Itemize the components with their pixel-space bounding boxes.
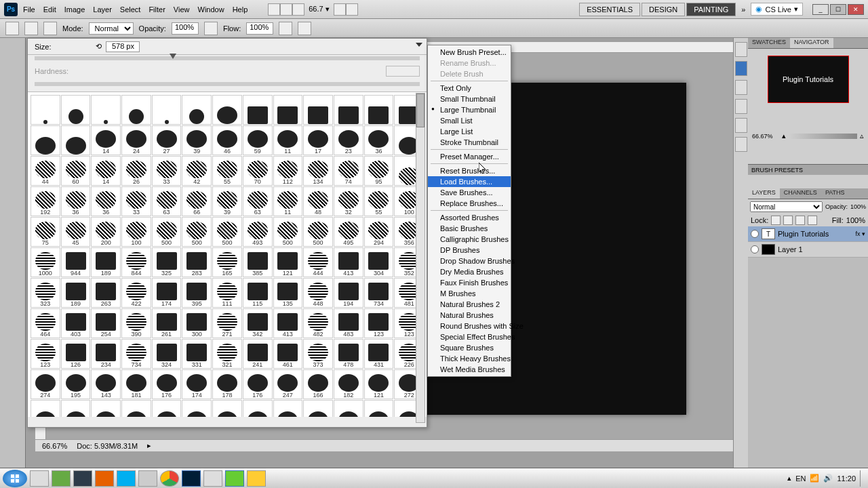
brush-preset-cell[interactable]: 17 <box>303 125 333 155</box>
brush-preset-cell[interactable]: 182 <box>334 369 363 399</box>
menu-item-new-brush-preset[interactable]: New Brush Preset... <box>428 47 511 58</box>
brush-preset-cell[interactable]: 174 <box>152 278 182 308</box>
brush-preset-cell[interactable]: 48 <box>303 186 333 216</box>
brush-preset-cell[interactable]: 39 <box>182 125 212 155</box>
collapsed-panel-icon[interactable] <box>735 80 747 95</box>
navigator-zoom[interactable]: 66.67% <box>752 133 779 140</box>
brush-preset-cell[interactable]: 174 <box>182 369 212 399</box>
menu-help[interactable]: Help <box>233 5 248 14</box>
brush-preset-cell[interactable] <box>243 400 273 417</box>
navigator-thumb[interactable]: Plugin Tutorials <box>768 56 849 103</box>
brush-preset-cell[interactable]: 14 <box>91 156 121 186</box>
status-zoom[interactable]: 66.67% <box>42 442 67 450</box>
brush-preset-cell[interactable] <box>273 400 303 417</box>
brush-preset-cell[interactable]: 115 <box>243 278 273 308</box>
layer-row[interactable]: Layer 1 <box>748 242 868 258</box>
brush-preset-cell[interactable]: 60 <box>61 156 91 186</box>
status-arrow[interactable]: ▸ <box>147 441 151 450</box>
brush-preset-cell[interactable]: 112 <box>273 156 303 186</box>
brush-preset-cell[interactable]: 176 <box>243 369 273 399</box>
brush-preset-cell[interactable] <box>91 95 121 125</box>
brush-preset-cell[interactable]: 304 <box>364 247 394 277</box>
brush-preset-cell[interactable]: 324 <box>152 339 182 369</box>
brush-preset-cell[interactable]: 195 <box>61 369 91 399</box>
brush-preset-cell[interactable]: 176 <box>152 369 182 399</box>
brush-preset-cell[interactable]: 66 <box>182 186 212 216</box>
menu-item-round-brushes-with-size[interactable]: Round Brushes with Size <box>428 321 511 331</box>
brush-preset-cell[interactable]: 36 <box>91 186 121 216</box>
brush-preset-cell[interactable]: 134 <box>303 156 333 186</box>
start-button[interactable] <box>3 470 27 487</box>
hardness-slider[interactable] <box>35 82 420 86</box>
menu-item-dp-brushes[interactable]: DP Brushes <box>428 245 511 256</box>
collapsed-panel-icon[interactable] <box>735 118 747 133</box>
brush-preset-cell[interactable]: 36 <box>364 125 394 155</box>
brush-preset-cell[interactable]: 11 <box>273 125 303 155</box>
brush-preset-cell[interactable]: 403 <box>61 308 91 338</box>
brush-preset-cell[interactable]: 283 <box>182 247 212 277</box>
workspace-essentials[interactable]: ESSENTIALS <box>579 3 640 16</box>
brush-preset-cell[interactable]: 39 <box>212 186 242 216</box>
blend-mode-select[interactable]: Normal <box>89 22 134 35</box>
collapsed-panel-icon[interactable] <box>735 61 747 76</box>
navigator-zoom-slider[interactable] <box>789 134 857 139</box>
launch-bridge-icon[interactable] <box>268 3 280 16</box>
brush-preset-cell[interactable] <box>182 95 212 125</box>
brush-preset-cell[interactable]: 323 <box>31 278 60 308</box>
visibility-icon[interactable] <box>751 245 759 253</box>
screen-mode-icon[interactable] <box>346 3 358 16</box>
brush-preset-cell[interactable]: 321 <box>212 339 242 369</box>
brush-preset-cell[interactable] <box>121 95 151 125</box>
brush-preset-cell[interactable]: 373 <box>303 339 333 369</box>
zoom-in-icon[interactable]: ▵ <box>860 131 864 140</box>
brush-preset-cell[interactable]: 261 <box>152 308 182 338</box>
brush-preset-cell[interactable]: 431 <box>364 339 394 369</box>
brush-preset-cell[interactable] <box>334 400 363 417</box>
brush-preset-cell[interactable]: 342 <box>243 308 273 338</box>
menu-item-special-effect-brushes[interactable]: Special Effect Brushes <box>428 331 511 342</box>
brush-preset-cell[interactable]: 325 <box>152 247 182 277</box>
brush-preset-cell[interactable] <box>212 95 242 125</box>
tab-paths[interactable]: PATHS <box>821 188 849 199</box>
menu-item-text-only[interactable]: Text Only <box>428 83 511 94</box>
brush-preset-cell[interactable]: 178 <box>212 369 242 399</box>
brush-preset-cell[interactable]: 500 <box>152 217 182 247</box>
taskbar-skype-icon[interactable] <box>117 470 136 487</box>
layer-blend-select[interactable]: Normal <box>750 201 823 212</box>
brush-preset-cell[interactable]: 478 <box>334 339 363 369</box>
menu-item-faux-finish-brushes[interactable]: Faux Finish Brushes <box>428 277 511 288</box>
brush-preset-cell[interactable]: 63 <box>243 186 273 216</box>
brush-preset-cell[interactable]: 135 <box>273 278 303 308</box>
cslive-button[interactable]: ◉CS Live ▾ <box>751 3 803 16</box>
zoom-out-icon[interactable]: ▴ <box>782 131 786 140</box>
brush-preset-cell[interactable]: 844 <box>121 247 151 277</box>
brush-preset-cell[interactable]: 95 <box>364 156 394 186</box>
menu-layer[interactable]: Layer <box>93 5 112 14</box>
brush-preset-cell[interactable]: 42 <box>182 156 212 186</box>
brush-preset-cell[interactable]: 189 <box>91 247 121 277</box>
brush-preset-cell[interactable]: 32 <box>334 186 363 216</box>
menu-item-wet-media-brushes[interactable]: Wet Media Brushes <box>428 364 511 375</box>
layer-fx-icon[interactable]: fx ▾ <box>855 230 865 237</box>
brush-preset-cell[interactable]: 390 <box>121 308 151 338</box>
tools-panel[interactable] <box>0 38 26 468</box>
fill-value[interactable]: 100% <box>846 216 865 224</box>
tray-lang[interactable]: EN <box>795 474 806 483</box>
brush-preset-cell[interactable]: 331 <box>182 339 212 369</box>
menu-item-large-list[interactable]: Large List <box>428 126 511 137</box>
menu-item-reset-brushes[interactable]: Reset Brushes... <box>428 165 511 176</box>
brush-preset-cell[interactable]: 121 <box>364 369 394 399</box>
menu-item-preset-manager[interactable]: Preset Manager... <box>428 151 511 162</box>
brush-preset-cell[interactable]: 36 <box>61 186 91 216</box>
brush-preset-cell[interactable]: 143 <box>91 369 121 399</box>
brush-preset-cell[interactable]: 165 <box>212 247 242 277</box>
brush-preset-cell[interactable]: 294 <box>364 217 394 247</box>
menu-item-natural-brushes-2[interactable]: Natural Brushes 2 <box>428 299 511 310</box>
brush-preset-cell[interactable] <box>182 400 212 417</box>
brush-preset-cell[interactable]: 74 <box>334 156 363 186</box>
taskbar-app-icon[interactable] <box>203 470 222 487</box>
brush-preset-cell[interactable]: 121 <box>273 247 303 277</box>
brush-preset-cell[interactable]: 63 <box>152 186 182 216</box>
brush-preset-cell[interactable]: 189 <box>61 278 91 308</box>
brush-preset-cell[interactable]: 944 <box>61 247 91 277</box>
